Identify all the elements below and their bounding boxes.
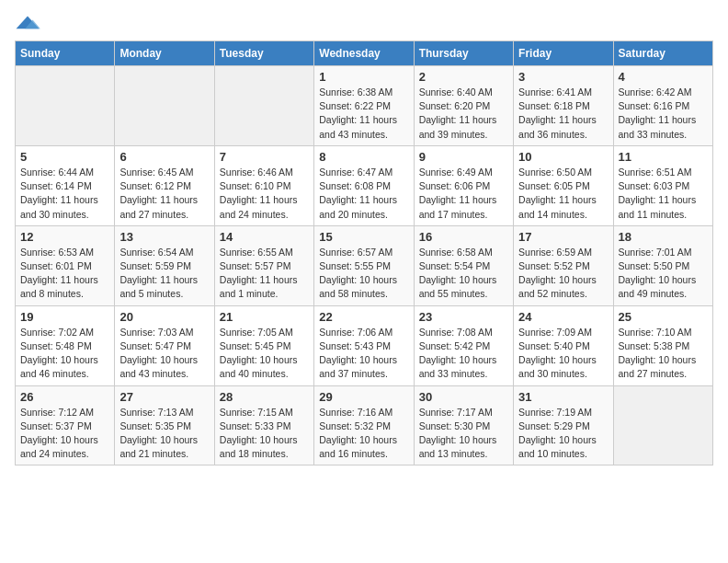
col-header-sunday: Sunday (16, 41, 115, 66)
day-info: Sunrise: 6:54 AM Sunset: 5:59 PM Dayligh… (119, 246, 209, 302)
col-header-wednesday: Wednesday (314, 41, 414, 66)
day-number: 24 (518, 310, 608, 324)
day-number: 8 (319, 150, 408, 164)
day-number: 5 (20, 150, 109, 164)
calendar-cell (613, 385, 712, 465)
day-number: 10 (518, 150, 608, 164)
col-header-friday: Friday (514, 41, 613, 66)
day-number: 14 (220, 230, 309, 244)
calendar-cell: 7Sunrise: 6:46 AM Sunset: 6:10 PM Daylig… (214, 145, 313, 225)
day-info: Sunrise: 6:49 AM Sunset: 6:06 PM Dayligh… (419, 166, 508, 222)
calendar-cell: 31Sunrise: 7:19 AM Sunset: 5:29 PM Dayli… (514, 385, 613, 465)
day-info: Sunrise: 6:44 AM Sunset: 6:14 PM Dayligh… (20, 166, 109, 222)
day-number: 4 (619, 70, 708, 84)
day-info: Sunrise: 6:58 AM Sunset: 5:54 PM Dayligh… (419, 246, 508, 302)
day-info: Sunrise: 7:09 AM Sunset: 5:40 PM Dayligh… (518, 326, 608, 382)
day-number: 27 (119, 390, 209, 404)
calendar-cell: 9Sunrise: 6:49 AM Sunset: 6:06 PM Daylig… (414, 145, 513, 225)
col-header-saturday: Saturday (613, 41, 712, 66)
day-info: Sunrise: 6:53 AM Sunset: 6:01 PM Dayligh… (20, 246, 109, 302)
day-info: Sunrise: 7:16 AM Sunset: 5:32 PM Dayligh… (319, 406, 408, 462)
calendar-cell: 8Sunrise: 6:47 AM Sunset: 6:08 PM Daylig… (314, 145, 414, 225)
day-number: 7 (220, 150, 309, 164)
calendar-week-row: 19Sunrise: 7:02 AM Sunset: 5:48 PM Dayli… (16, 305, 713, 385)
day-info: Sunrise: 7:05 AM Sunset: 5:45 PM Dayligh… (220, 326, 309, 382)
calendar-cell: 4Sunrise: 6:42 AM Sunset: 6:16 PM Daylig… (613, 66, 712, 146)
day-info: Sunrise: 6:42 AM Sunset: 6:16 PM Dayligh… (619, 86, 708, 142)
day-number: 9 (419, 150, 508, 164)
day-number: 15 (319, 230, 408, 244)
calendar-week-row: 26Sunrise: 7:12 AM Sunset: 5:37 PM Dayli… (16, 385, 713, 465)
day-number: 13 (119, 230, 209, 244)
day-info: Sunrise: 7:02 AM Sunset: 5:48 PM Dayligh… (20, 326, 109, 382)
day-info: Sunrise: 6:59 AM Sunset: 5:52 PM Dayligh… (518, 246, 608, 302)
day-info: Sunrise: 6:51 AM Sunset: 6:03 PM Dayligh… (619, 166, 708, 222)
calendar-cell: 22Sunrise: 7:06 AM Sunset: 5:43 PM Dayli… (314, 305, 414, 385)
calendar-cell: 28Sunrise: 7:15 AM Sunset: 5:33 PM Dayli… (214, 385, 313, 465)
day-info: Sunrise: 7:03 AM Sunset: 5:47 PM Dayligh… (119, 326, 209, 382)
day-number: 25 (619, 310, 708, 324)
calendar-week-row: 1Sunrise: 6:38 AM Sunset: 6:22 PM Daylig… (16, 66, 713, 146)
calendar-cell: 3Sunrise: 6:41 AM Sunset: 6:18 PM Daylig… (514, 66, 613, 146)
col-header-monday: Monday (115, 41, 214, 66)
day-info: Sunrise: 7:15 AM Sunset: 5:33 PM Dayligh… (220, 406, 309, 462)
day-number: 21 (220, 310, 309, 324)
calendar-cell: 25Sunrise: 7:10 AM Sunset: 5:38 PM Dayli… (613, 305, 712, 385)
day-number: 20 (119, 310, 209, 324)
calendar-cell: 18Sunrise: 7:01 AM Sunset: 5:50 PM Dayli… (613, 225, 712, 305)
calendar-cell: 10Sunrise: 6:50 AM Sunset: 6:05 PM Dayli… (514, 145, 613, 225)
col-header-thursday: Thursday (414, 41, 513, 66)
day-number: 17 (518, 230, 608, 244)
day-number: 6 (119, 150, 209, 164)
page-header (15, 15, 713, 31)
calendar-cell: 12Sunrise: 6:53 AM Sunset: 6:01 PM Dayli… (16, 225, 115, 305)
calendar-cell: 11Sunrise: 6:51 AM Sunset: 6:03 PM Dayli… (613, 145, 712, 225)
day-number: 22 (319, 310, 408, 324)
day-info: Sunrise: 6:40 AM Sunset: 6:20 PM Dayligh… (419, 86, 508, 142)
calendar-table: SundayMondayTuesdayWednesdayThursdayFrid… (15, 40, 713, 465)
calendar-cell: 26Sunrise: 7:12 AM Sunset: 5:37 PM Dayli… (16, 385, 115, 465)
calendar-week-row: 5Sunrise: 6:44 AM Sunset: 6:14 PM Daylig… (16, 145, 713, 225)
day-info: Sunrise: 6:46 AM Sunset: 6:10 PM Dayligh… (220, 166, 309, 222)
day-number: 11 (619, 150, 708, 164)
calendar-cell: 17Sunrise: 6:59 AM Sunset: 5:52 PM Dayli… (514, 225, 613, 305)
calendar-cell: 14Sunrise: 6:55 AM Sunset: 5:57 PM Dayli… (214, 225, 313, 305)
day-info: Sunrise: 7:06 AM Sunset: 5:43 PM Dayligh… (319, 326, 408, 382)
calendar-cell: 5Sunrise: 6:44 AM Sunset: 6:14 PM Daylig… (16, 145, 115, 225)
calendar-cell: 24Sunrise: 7:09 AM Sunset: 5:40 PM Dayli… (514, 305, 613, 385)
calendar-cell: 27Sunrise: 7:13 AM Sunset: 5:35 PM Dayli… (115, 385, 214, 465)
day-info: Sunrise: 6:47 AM Sunset: 6:08 PM Dayligh… (319, 166, 408, 222)
logo (15, 15, 44, 31)
day-number: 31 (518, 390, 608, 404)
day-number: 29 (319, 390, 408, 404)
day-info: Sunrise: 7:01 AM Sunset: 5:50 PM Dayligh… (619, 246, 708, 302)
day-number: 1 (319, 70, 408, 84)
col-header-tuesday: Tuesday (214, 41, 313, 66)
day-info: Sunrise: 7:17 AM Sunset: 5:30 PM Dayligh… (419, 406, 508, 462)
day-number: 19 (20, 310, 109, 324)
calendar-cell: 30Sunrise: 7:17 AM Sunset: 5:30 PM Dayli… (414, 385, 513, 465)
calendar-cell: 19Sunrise: 7:02 AM Sunset: 5:48 PM Dayli… (16, 305, 115, 385)
day-info: Sunrise: 7:10 AM Sunset: 5:38 PM Dayligh… (619, 326, 708, 382)
calendar-cell: 29Sunrise: 7:16 AM Sunset: 5:32 PM Dayli… (314, 385, 414, 465)
day-info: Sunrise: 6:57 AM Sunset: 5:55 PM Dayligh… (319, 246, 408, 302)
calendar-cell: 21Sunrise: 7:05 AM Sunset: 5:45 PM Dayli… (214, 305, 313, 385)
calendar-cell (16, 66, 115, 146)
calendar-cell (214, 66, 313, 146)
calendar-cell: 16Sunrise: 6:58 AM Sunset: 5:54 PM Dayli… (414, 225, 513, 305)
calendar-cell: 15Sunrise: 6:57 AM Sunset: 5:55 PM Dayli… (314, 225, 414, 305)
day-info: Sunrise: 6:41 AM Sunset: 6:18 PM Dayligh… (518, 86, 608, 142)
calendar-header-row: SundayMondayTuesdayWednesdayThursdayFrid… (16, 41, 713, 66)
calendar-cell: 1Sunrise: 6:38 AM Sunset: 6:22 PM Daylig… (314, 66, 414, 146)
day-info: Sunrise: 6:50 AM Sunset: 6:05 PM Dayligh… (518, 166, 608, 222)
day-info: Sunrise: 6:38 AM Sunset: 6:22 PM Dayligh… (319, 86, 408, 142)
day-number: 3 (518, 70, 608, 84)
day-info: Sunrise: 7:08 AM Sunset: 5:42 PM Dayligh… (419, 326, 508, 382)
calendar-cell: 6Sunrise: 6:45 AM Sunset: 6:12 PM Daylig… (115, 145, 214, 225)
day-number: 18 (619, 230, 708, 244)
day-info: Sunrise: 7:12 AM Sunset: 5:37 PM Dayligh… (20, 406, 109, 462)
logo-icon (15, 15, 40, 31)
day-info: Sunrise: 6:45 AM Sunset: 6:12 PM Dayligh… (119, 166, 209, 222)
calendar-week-row: 12Sunrise: 6:53 AM Sunset: 6:01 PM Dayli… (16, 225, 713, 305)
day-number: 26 (20, 390, 109, 404)
